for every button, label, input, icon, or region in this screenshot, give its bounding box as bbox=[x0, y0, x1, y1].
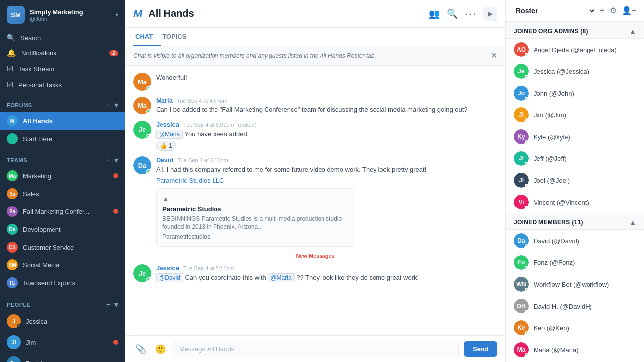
new-messages-label: New Messages bbox=[296, 253, 334, 259]
send-button[interactable]: Send bbox=[464, 341, 497, 357]
roster-admins-toggle[interactable]: ▲ bbox=[629, 27, 636, 35]
forums-section-title: FORUMS bbox=[7, 103, 32, 108]
link-preview-toggle[interactable]: ▲ bbox=[162, 195, 348, 203]
msg3-mention: @Maria bbox=[156, 130, 183, 139]
msg4-body: David Tue Sep 4 at 5:10pm All, I had thi… bbox=[156, 156, 497, 247]
list-item[interactable]: Fo Fonz (@Fonz) bbox=[506, 252, 644, 273]
table-row: Je Jessica Tue Sep 4 at 5:11pm @David Ca… bbox=[125, 261, 505, 286]
sidebar-search[interactable]: 🔍 Search bbox=[0, 30, 125, 45]
list-item[interactable]: WB Workflow Bot (@workflow) bbox=[506, 273, 644, 295]
roster-jeff-name: Jeff (@Jeff) bbox=[534, 155, 567, 162]
info-banner-text: Chat is visible to all organization memb… bbox=[133, 52, 376, 59]
list-item[interactable]: Jo John (@John) bbox=[506, 82, 644, 104]
msg3-body: Jessica Tue Sep 4 at 5:07pm (edited) @Ma… bbox=[156, 121, 497, 151]
msg4-author[interactable]: David bbox=[156, 156, 173, 164]
task-stream-icon: ☑ bbox=[7, 64, 13, 73]
roster-settings-icon[interactable]: ⚙ bbox=[610, 6, 617, 15]
sidebar-item-fall-conf[interactable]: Fa Fall Marketing Confer... bbox=[0, 203, 125, 220]
list-item[interactable]: Je Jessica (@Jessica) bbox=[506, 60, 644, 82]
start-here-label: Start Here bbox=[23, 135, 118, 143]
people-icon[interactable]: 👥 bbox=[429, 8, 440, 19]
roster-header: Roster ≡ ⚙ 👤+ bbox=[506, 0, 644, 22]
roster-add-member-icon[interactable]: 👤+ bbox=[622, 6, 636, 15]
msg4-avatar: Da bbox=[133, 156, 151, 174]
sidebar-item-all-hands[interactable]: M All Hands bbox=[0, 112, 125, 130]
msg3-author[interactable]: Jessica bbox=[156, 121, 179, 128]
teams-add-button[interactable]: + bbox=[106, 156, 110, 164]
attach-button[interactable]: 📎 bbox=[133, 342, 148, 357]
msg3-text: @Maria You have been added. bbox=[156, 129, 497, 139]
roster-members-header: JOINED MEMBERS (11) ▲ bbox=[506, 213, 644, 230]
more-icon[interactable]: ··· bbox=[465, 7, 477, 20]
fall-conf-avatar: Fa bbox=[7, 206, 18, 217]
teams-section-header: TEAMS + ▾ bbox=[0, 152, 125, 167]
forums-section-header: FORUMS + ▾ bbox=[0, 97, 125, 112]
org-avatar: SM bbox=[7, 6, 25, 24]
list-item[interactable]: Da David (@David) bbox=[506, 230, 644, 252]
sidebar-item-david[interactable]: Da David bbox=[0, 353, 125, 362]
sidebar-item-sales[interactable]: Sa Sales bbox=[0, 185, 125, 203]
roster-dropdown[interactable]: Roster bbox=[514, 6, 596, 15]
msg3-reaction[interactable]: 👍 1 bbox=[156, 141, 176, 151]
people-collapse-button[interactable]: ▾ bbox=[114, 301, 118, 309]
people-section-header: PEOPLE + ▾ bbox=[0, 296, 125, 311]
people-add-button[interactable]: + bbox=[106, 301, 110, 309]
list-item[interactable]: Vi Vincent (@Vincent) bbox=[506, 191, 644, 213]
sidebar-item-task-stream[interactable]: ☑ Task Stream bbox=[0, 61, 125, 77]
emoji-button[interactable]: 🙂 bbox=[153, 342, 168, 357]
david-avatar: Da bbox=[7, 356, 21, 362]
search-label: Search bbox=[20, 34, 118, 42]
msg1-avatar: Ma bbox=[133, 73, 151, 91]
sidebar-item-jessica[interactable]: J Jessica bbox=[0, 311, 125, 332]
search-topbar-icon[interactable]: 🔍 bbox=[447, 8, 458, 19]
info-banner-close[interactable]: ✕ bbox=[491, 51, 497, 60]
expand-button[interactable]: ▶ bbox=[483, 7, 497, 21]
development-avatar: De bbox=[7, 224, 18, 235]
list-item[interactable]: DH David H. (@DavidH) bbox=[506, 295, 644, 317]
sidebar-item-development[interactable]: De Development bbox=[0, 220, 125, 238]
org-user: @John bbox=[30, 16, 83, 22]
info-banner: Chat is visible to all organization memb… bbox=[125, 46, 505, 66]
sidebar-item-marketing[interactable]: Ma Marketing bbox=[0, 167, 125, 185]
teams-collapse-button[interactable]: ▾ bbox=[114, 156, 118, 164]
sidebar-header[interactable]: SM Simply Marketing @John ▾ bbox=[0, 0, 125, 30]
sidebar-item-personal-tasks[interactable]: ☑ Personal Tasks bbox=[0, 77, 125, 93]
sidebar-item-customer-service[interactable]: CS Customer Service bbox=[0, 238, 125, 256]
sidebar-item-jim[interactable]: Ji Jim bbox=[0, 332, 125, 353]
list-item[interactable]: Ky Kyle (@kyle) bbox=[506, 126, 644, 148]
list-item[interactable]: Ke Ken (@Ken) bbox=[506, 317, 644, 339]
roster-workflow-avatar: WB bbox=[514, 277, 529, 292]
list-item[interactable]: AO Angel Ojeda (@angel_ojeda) bbox=[506, 39, 644, 60]
list-item[interactable]: Jl Joel (@Joel) bbox=[506, 169, 644, 191]
msg2-author[interactable]: Maria bbox=[156, 97, 173, 104]
list-item[interactable]: Ji Jim (@Jim) bbox=[506, 104, 644, 126]
social-media-avatar: SM bbox=[7, 259, 18, 270]
roster-members-title: JOINED MEMBERS (11) bbox=[514, 219, 583, 226]
list-item[interactable]: Jf Jeff (@Jeff) bbox=[506, 148, 644, 169]
roster-filter-icon[interactable]: ≡ bbox=[600, 6, 604, 15]
roster-davidh-avatar: DH bbox=[514, 299, 529, 313]
sidebar-item-start-here[interactable]: Start Here bbox=[0, 130, 125, 148]
personal-tasks-label: Personal Tasks bbox=[18, 81, 118, 89]
roster-members-toggle[interactable]: ▲ bbox=[629, 218, 636, 226]
forums-add-button[interactable]: + bbox=[106, 102, 110, 109]
sidebar-item-social-media[interactable]: SM Social Media bbox=[0, 256, 125, 274]
chat-area: Chat is visible to all organization memb… bbox=[125, 46, 505, 362]
tab-chat[interactable]: CHAT bbox=[133, 28, 161, 46]
notifications-label: Notifications bbox=[21, 50, 105, 57]
msg5-avatar: Je bbox=[133, 264, 151, 282]
roster-joel-avatar: Jl bbox=[514, 173, 529, 188]
message-input[interactable] bbox=[173, 341, 459, 357]
roster-ken-name: Ken (@Ken) bbox=[534, 324, 569, 332]
sidebar-item-notifications[interactable]: 🔔 Notifications 2 bbox=[0, 45, 125, 61]
sidebar-item-townsend[interactable]: TE Townsend Exports bbox=[0, 274, 125, 292]
msg1-body: Wonderful! bbox=[156, 73, 497, 91]
msg4-link[interactable]: Parametric Studios LLC bbox=[156, 177, 497, 184]
msg5-author[interactable]: Jessica bbox=[156, 264, 179, 272]
forums-collapse-button[interactable]: ▾ bbox=[114, 102, 118, 109]
roster-jim-name: Jim (@Jim) bbox=[534, 111, 566, 119]
tab-topics[interactable]: TOPICS bbox=[161, 28, 194, 46]
list-item[interactable]: Ma Maria (@Maria) bbox=[506, 339, 644, 361]
msg4-text: All, I had this company referred to me f… bbox=[156, 165, 497, 175]
msg5-mention2: @Maria bbox=[268, 273, 294, 282]
